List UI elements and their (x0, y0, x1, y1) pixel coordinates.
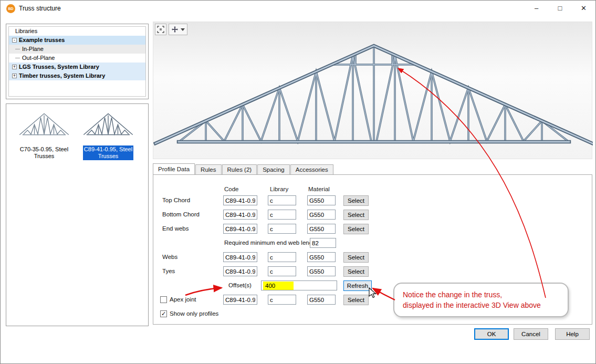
apex-joint-checkbox[interactable] (160, 296, 167, 303)
bottom-chord-material-input[interactable] (307, 210, 336, 220)
top-chord-material-input[interactable] (307, 195, 336, 205)
bottom-chord-select-button[interactable]: Select (343, 210, 369, 220)
tree-item-timber-trusses[interactable]: + Timber trusses, System Library (9, 71, 145, 80)
fit-view-button[interactable] (155, 24, 166, 35)
truss-thumbnail-c70[interactable]: C70-35-0.95, Steel Trusses (14, 108, 75, 160)
libraries-header: Libraries (9, 27, 145, 36)
libraries-tree: Libraries - Example trusses In-Plane Out… (8, 26, 146, 97)
tree-item-lgs-trusses[interactable]: + LGS Trusses, System Library (9, 63, 145, 71)
tab-accessories[interactable]: Accessories (290, 164, 333, 174)
tab-spacing[interactable]: Spacing (257, 164, 290, 174)
tyes-select-button[interactable]: Select (343, 266, 369, 277)
view-mode-button[interactable] (169, 24, 187, 35)
app-logo-icon: BD (6, 4, 15, 13)
min-end-web-length-input[interactable] (310, 238, 336, 248)
top-chord-select-button[interactable]: Select (343, 195, 369, 206)
bottom-chord-label: Bottom Chord (162, 211, 200, 217)
offset-value-highlight: 400 (263, 282, 294, 290)
tyes-label: Tyes (162, 268, 175, 274)
truss-thumbnail-c89[interactable]: C89-41-0.95, Steel Trusses (78, 108, 139, 160)
apex-joint-label: Apex joint (170, 296, 196, 303)
truss-thumbnail-image (18, 108, 70, 141)
min-end-web-length-label: Required minimum end web length (224, 240, 318, 246)
libraries-groupbox: Libraries - Example trusses In-Plane Out… (6, 24, 149, 99)
tab-rules-2[interactable]: Rules (2) (222, 164, 257, 174)
offset-input[interactable]: 400 (261, 280, 337, 290)
help-button[interactable]: Help (555, 328, 590, 340)
title-bar: BD Truss structure – □ ✕ (1, 1, 595, 16)
maximize-button[interactable]: □ (548, 1, 572, 16)
truss-thumbnail-image (82, 108, 134, 141)
webs-library-input[interactable] (268, 252, 296, 262)
tyes-material-input[interactable] (307, 266, 336, 276)
top-chord-label: Top Chord (162, 197, 190, 203)
end-webs-select-button[interactable]: Select (343, 224, 369, 234)
expand-icon[interactable]: + (12, 74, 17, 78)
ok-button[interactable]: OK (474, 328, 509, 340)
minimize-button[interactable]: – (525, 1, 548, 16)
tab-rules[interactable]: Rules (195, 164, 221, 174)
collapse-icon[interactable]: - (12, 38, 17, 43)
bottom-chord-library-input[interactable] (268, 210, 296, 220)
end-webs-library-input[interactable] (268, 224, 296, 234)
tyes-library-input[interactable] (268, 266, 296, 276)
chevron-down-icon (181, 28, 185, 31)
callout-line-1: Notice the change in the truss, (403, 289, 568, 300)
webs-code-input[interactable] (223, 252, 257, 262)
end-webs-label: End webs (162, 225, 189, 232)
truss-3d-view[interactable] (153, 22, 592, 159)
tyes-code-input[interactable] (223, 266, 257, 276)
annotation-callout: Notice the change in the truss, displaye… (393, 283, 569, 317)
checkmark-icon: ✓ (161, 310, 166, 317)
apex-joint-select-button[interactable]: Select (343, 295, 369, 305)
top-chord-library-input[interactable] (268, 195, 296, 205)
truss-structure-dialog: BD Truss structure – □ ✕ Libraries - Exa… (0, 0, 596, 364)
offset-label: Offset(s) (228, 282, 252, 288)
tree-item-example-trusses[interactable]: - Example trusses (9, 36, 145, 45)
tab-strip: Profile DataRulesRules (2)SpacingAccesso… (153, 164, 334, 175)
expand-icon[interactable]: + (12, 65, 17, 69)
fit-view-icon (157, 26, 164, 33)
callout-line-2: displayed in the interactive 3D View abo… (403, 300, 568, 310)
tree-item-in-plane[interactable]: In-Plane (9, 45, 145, 54)
end-webs-code-input[interactable] (223, 224, 257, 234)
show-only-profiles-checkbox[interactable]: ✓ (160, 310, 167, 317)
apex-joint-material-input[interactable] (307, 295, 336, 305)
webs-label: Webs (162, 254, 177, 260)
truss-gallery-panel: C70-35-0.95, Steel Trusses C89-41-0.95, … (6, 103, 149, 326)
webs-material-input[interactable] (307, 252, 336, 262)
apex-joint-code-input[interactable] (223, 295, 257, 305)
refresh-button[interactable]: Refresh (343, 280, 372, 291)
pan-view-icon (171, 26, 179, 33)
window-title: Truss structure (19, 5, 61, 12)
thumbnail-caption-selected: C89-41-0.95, Steel Trusses (83, 145, 133, 160)
cancel-button[interactable]: Cancel (514, 328, 548, 340)
apex-joint-library-input[interactable] (268, 295, 296, 305)
show-only-profiles-label: Show only profiles (170, 310, 218, 317)
tree-branch-line (15, 58, 20, 58)
tree-branch-line (15, 49, 20, 49)
thumbnail-caption: C70-35-0.95, Steel Trusses (19, 145, 69, 160)
end-webs-material-input[interactable] (307, 224, 336, 234)
truss-3d-model (153, 22, 593, 160)
material-column-header: Material (308, 186, 330, 192)
bottom-chord-code-input[interactable] (223, 210, 257, 220)
code-column-header: Code (224, 186, 239, 192)
tree-item-out-of-plane[interactable]: Out-of-Plane (9, 54, 145, 63)
library-column-header: Library (270, 186, 288, 192)
tab-profile-data[interactable]: Profile Data (153, 163, 195, 174)
webs-select-button[interactable]: Select (343, 252, 369, 263)
close-button[interactable]: ✕ (572, 1, 595, 16)
top-chord-code-input[interactable] (223, 195, 257, 205)
